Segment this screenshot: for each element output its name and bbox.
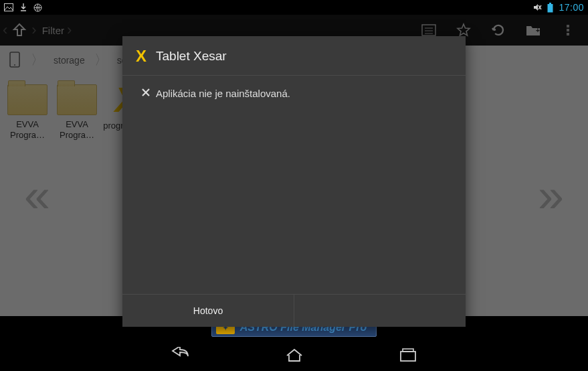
dialog-header: X Tablet Xesar	[122, 36, 466, 76]
dialog-message: Aplikácia nie je nainštalovaná.	[156, 88, 290, 99]
dialog-body: Aplikácia nie je nainštalovaná.	[122, 76, 466, 294]
mute-icon	[532, 3, 542, 12]
globe-icon	[33, 3, 42, 12]
dialog-buttons: Hotovo	[122, 294, 466, 327]
back-button[interactable]	[167, 342, 194, 368]
nav-bar	[0, 339, 588, 371]
svg-rect-16	[401, 352, 415, 361]
home-button[interactable]	[281, 342, 308, 368]
dialog-secondary-button[interactable]	[294, 295, 466, 327]
dialog-done-button[interactable]: Hotovo	[122, 295, 294, 327]
recents-button[interactable]	[395, 342, 421, 368]
battery-icon	[547, 3, 553, 13]
svg-rect-4	[549, 3, 551, 4]
app-x-icon: X	[136, 47, 146, 66]
status-bar: 17:00	[0, 0, 588, 15]
status-time: 17:00	[559, 2, 584, 13]
svg-rect-5	[548, 4, 553, 13]
download-icon	[20, 3, 27, 11]
close-icon	[141, 88, 151, 99]
svg-rect-17	[403, 349, 413, 352]
install-dialog: X Tablet Xesar Aplikácia nie je nainštal…	[122, 36, 466, 327]
image-icon	[4, 3, 13, 11]
dialog-title: Tablet Xesar	[156, 49, 227, 64]
svg-rect-0	[5, 4, 13, 11]
